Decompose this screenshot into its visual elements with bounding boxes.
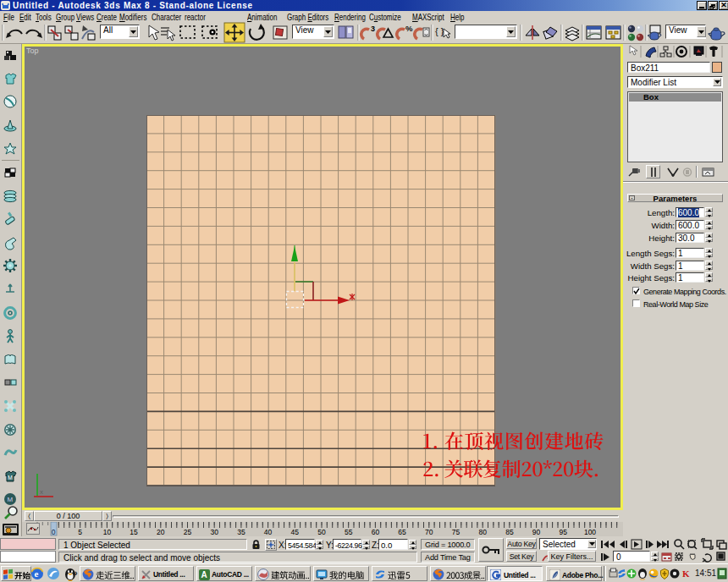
svg-text:5: 5 [78, 528, 82, 536]
svg-text:100: 100 [584, 528, 596, 536]
svg-text:15: 15 [130, 528, 138, 536]
svg-text:x: x [40, 488, 43, 496]
svg-text:M: M [8, 475, 13, 480]
svg-text:80: 80 [478, 528, 487, 536]
svg-text:75: 75 [452, 528, 461, 536]
svg-text:70: 70 [425, 528, 433, 536]
svg-text:10: 10 [103, 528, 112, 536]
svg-text:e: e [35, 568, 39, 579]
svg-text:A: A [201, 570, 207, 579]
svg-text:20: 20 [157, 528, 165, 536]
svg-text:0: 0 [52, 528, 56, 536]
svg-text:60: 60 [372, 528, 380, 536]
svg-text:45: 45 [291, 528, 300, 536]
svg-text:90: 90 [532, 528, 541, 536]
svg-text:25: 25 [184, 528, 192, 536]
svg-text:40: 40 [264, 528, 273, 536]
svg-text:65: 65 [398, 528, 406, 536]
svg-text:55: 55 [345, 528, 353, 536]
svg-text:35: 35 [237, 528, 245, 536]
svg-text:50: 50 [317, 528, 326, 536]
svg-text:30: 30 [210, 528, 218, 536]
svg-text:95: 95 [560, 528, 568, 536]
svg-text:M: M [8, 496, 14, 503]
svg-text:85: 85 [505, 528, 514, 536]
